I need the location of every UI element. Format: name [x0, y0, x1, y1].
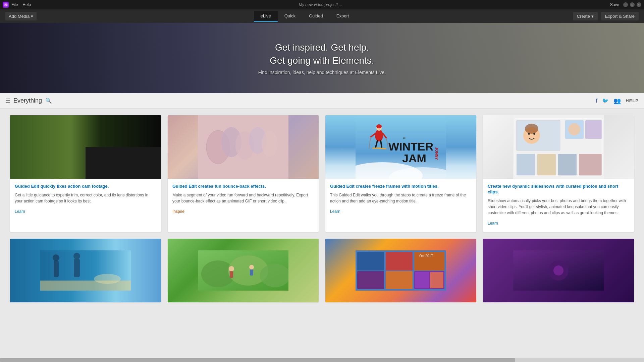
card-winter-jam: at WINTER JAM JONNY Guided Edit creates …: [325, 115, 476, 232]
card-image-slideshow: [483, 115, 634, 179]
svg-text:JONNY: JONNY: [435, 147, 439, 160]
svg-rect-68: [357, 271, 384, 289]
twitter-icon[interactable]: 🐦: [602, 98, 609, 104]
svg-rect-75: [430, 272, 443, 288]
card-action-2[interactable]: Inspire: [172, 209, 184, 214]
title-bar-right: Save ─ □ ✕: [610, 2, 641, 7]
community-icon[interactable]: 👥: [613, 97, 621, 105]
card-image-7: Oct 2017: [325, 239, 476, 302]
svg-point-64: [249, 265, 254, 269]
svg-point-7: [64, 129, 84, 142]
window-controls: ─ □ ✕: [623, 2, 641, 7]
card-action-3[interactable]: Learn: [330, 209, 340, 214]
svg-line-29: [377, 148, 386, 149]
svg-rect-46: [517, 154, 535, 176]
title-bar-left: Ae File Help: [3, 2, 31, 8]
create-chevron: ▾: [591, 14, 594, 19]
card-desc-4: Slideshow automatically picks your best …: [488, 198, 629, 216]
card-image-winter-jam: at WINTER JAM JONNY: [325, 115, 476, 179]
minimize-button[interactable]: ─: [623, 2, 628, 7]
filter-bar-right: f 🐦 👥 HELP: [596, 97, 639, 105]
svg-point-44: [568, 123, 580, 135]
cards-area: Guided Edit quickly fixes action cam foo…: [0, 109, 644, 355]
card-body-4: Create new dynamic slideshows with curat…: [483, 179, 634, 232]
svg-rect-45: [585, 120, 602, 139]
svg-point-9: [72, 157, 89, 174]
export-share-button[interactable]: Export & Share: [601, 12, 639, 20]
card-action-1[interactable]: Learn: [15, 209, 25, 214]
svg-rect-52: [54, 260, 59, 277]
svg-rect-65: [250, 269, 253, 276]
svg-text:at: at: [403, 136, 406, 139]
tab-quick[interactable]: Quick: [278, 11, 302, 22]
svg-rect-63: [230, 271, 233, 278]
scrollbar-thumb[interactable]: [0, 358, 515, 362]
svg-point-55: [73, 253, 80, 259]
card-6: [168, 239, 319, 302]
card-8: [483, 239, 634, 302]
add-media-button[interactable]: Add Media ▾: [5, 12, 37, 20]
hero-subtitle: Find inspiration, ideas, help and techni…: [258, 70, 386, 75]
create-button[interactable]: Create ▾: [573, 12, 598, 20]
svg-rect-54: [74, 259, 80, 277]
hero-banner: Get inspired. Get help. Get going with E…: [0, 23, 644, 93]
help-button[interactable]: HELP: [626, 98, 639, 103]
horizontal-scrollbar[interactable]: [0, 358, 644, 362]
svg-rect-3: [40, 115, 86, 179]
menu-bar-right: Create ▾ Export & Share: [573, 12, 639, 20]
menu-help[interactable]: Help: [22, 2, 31, 7]
hero-title-line1: Get inspired. Get help.: [275, 42, 369, 53]
card-image-bounce-back: [168, 115, 319, 179]
card-action-cam: Guided Edit quickly fixes action cam foo…: [10, 115, 161, 232]
hero-title-line2: Get going with Elements.: [270, 55, 374, 66]
filter-bar: ☰ Everything 🔍 f 🐦 👥 HELP: [0, 93, 644, 109]
menu-file[interactable]: File: [11, 2, 18, 7]
cards-grid-row2: Oct 2017: [10, 239, 634, 302]
card-action-4[interactable]: Learn: [488, 221, 498, 226]
tab-guided[interactable]: Guided: [302, 11, 330, 22]
filter-label[interactable]: Everything: [13, 97, 42, 104]
title-bar-menus: File Help: [11, 2, 31, 7]
svg-point-21: [375, 129, 383, 141]
svg-rect-8: [74, 156, 91, 179]
svg-rect-70: [386, 271, 413, 289]
svg-rect-49: [579, 154, 602, 176]
facebook-icon[interactable]: f: [596, 98, 597, 104]
svg-point-10: [75, 161, 86, 171]
card-7: Oct 2017: [325, 239, 476, 302]
svg-point-78: [553, 265, 564, 276]
card-5: [10, 239, 161, 302]
search-icon[interactable]: 🔍: [45, 98, 52, 104]
restore-button[interactable]: □: [630, 2, 635, 7]
card-bounce-back: Guided Edit creates fun bounce-back effe…: [168, 115, 319, 232]
close-button[interactable]: ✕: [637, 2, 641, 7]
hamburger-icon[interactable]: ☰: [5, 98, 10, 104]
card-body-2: Guided Edit creates fun bounce-back effe…: [168, 179, 319, 220]
menu-bar-left: Add Media ▾: [5, 12, 37, 20]
app-logo: Ae: [3, 2, 9, 8]
card-image-6: [168, 239, 319, 302]
card-image-5: [10, 239, 161, 302]
svg-point-53: [53, 254, 59, 261]
svg-text:WINTER: WINTER: [388, 140, 433, 153]
menu-bar: Add Media ▾ eLive Quick Guided Expert Cr…: [0, 9, 644, 23]
card-desc-1: Get a little guidance to expertly trim, …: [15, 192, 156, 204]
project-name: My new video projectl....: [299, 2, 342, 7]
save-button[interactable]: Save: [610, 2, 619, 7]
svg-point-23: [376, 124, 382, 128]
nav-tabs: eLive Quick Guided Expert: [254, 11, 356, 22]
svg-rect-2: [40, 115, 131, 179]
card-title-3: Guided Edit creates freeze frames with m…: [330, 184, 472, 189]
svg-point-42: [525, 124, 538, 134]
svg-text:Oct 2017: Oct 2017: [419, 254, 433, 258]
card-image-action-cam: [10, 115, 161, 179]
create-label: Create: [577, 14, 590, 19]
card-title-2: Guided Edit creates fun bounce-back effe…: [172, 184, 314, 189]
tab-elive[interactable]: eLive: [254, 11, 278, 22]
svg-point-57: [94, 274, 121, 284]
svg-text:JAM: JAM: [402, 152, 426, 165]
filter-bar-left: ☰ Everything 🔍: [5, 97, 52, 104]
svg-rect-47: [537, 154, 556, 176]
tab-expert[interactable]: Expert: [330, 11, 356, 22]
card-title-4: Create new dynamic slideshows with curat…: [488, 184, 629, 195]
